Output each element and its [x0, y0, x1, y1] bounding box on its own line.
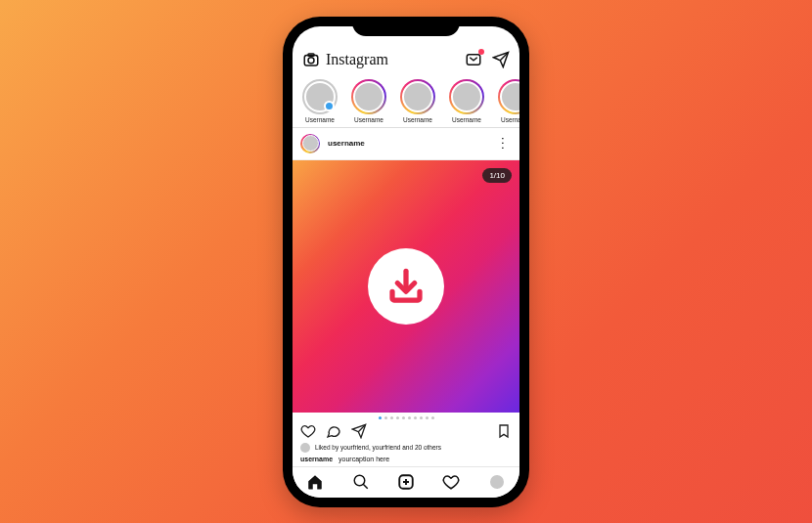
more-options-icon[interactable]: ···: [503, 136, 507, 151]
story-label: Username: [452, 116, 481, 123]
send-icon[interactable]: [492, 51, 510, 68]
download-badge: [368, 248, 444, 325]
post-actions: [293, 421, 519, 441]
phone-notch: [352, 17, 460, 36]
story-label: Username: [305, 116, 335, 123]
bookmark-icon[interactable]: [496, 423, 512, 439]
caption-text: yourcaption here: [338, 456, 389, 462]
likes-text: Liked by yourfriend, yourfriend and 20 o…: [315, 444, 441, 451]
svg-point-1: [308, 57, 314, 63]
app-logo: Instagram: [326, 51, 388, 68]
story-item[interactable]: Username: [445, 79, 488, 123]
share-icon[interactable]: [351, 423, 367, 439]
post-author-avatar[interactable]: [300, 134, 320, 153]
story-label: Username: [354, 116, 383, 123]
notification-dot: [478, 49, 484, 55]
story-avatar: [302, 79, 338, 114]
download-icon: [385, 266, 427, 307]
add-story-badge: [324, 101, 335, 111]
svg-point-4: [354, 475, 365, 486]
story-item[interactable]: Username: [298, 79, 341, 123]
story-avatar: [400, 79, 435, 114]
story-avatar: [351, 79, 386, 114]
caption-row: username yourcaption here: [293, 455, 519, 466]
likes-row[interactable]: Liked by yourfriend, yourfriend and 20 o…: [293, 441, 519, 455]
activity-icon[interactable]: [465, 51, 482, 68]
story-label: Username: [403, 116, 432, 123]
carousel-counter: 1/10: [482, 168, 512, 183]
comment-icon[interactable]: [326, 423, 341, 439]
story-item[interactable]: Username: [396, 79, 439, 123]
profile-icon[interactable]: [488, 473, 506, 491]
top-bar: Instagram: [293, 46, 519, 73]
activity-heart-icon[interactable]: [442, 473, 460, 491]
screen: Instagram Username Username: [293, 26, 519, 498]
story-avatar: [449, 79, 484, 114]
add-post-icon[interactable]: [397, 473, 415, 491]
home-icon[interactable]: [306, 473, 324, 491]
post-media[interactable]: 1/10: [293, 160, 519, 413]
story-item[interactable]: Username: [347, 79, 390, 123]
search-icon[interactable]: [352, 473, 370, 491]
carousel-dots: [293, 413, 519, 421]
story-label: Username: [501, 116, 519, 123]
like-icon[interactable]: [300, 423, 316, 439]
post-author-name[interactable]: username: [328, 139, 489, 148]
caption-username[interactable]: username: [300, 456, 333, 462]
stories-tray[interactable]: Username Username Username Username User…: [293, 73, 519, 128]
post-header: username ···: [293, 128, 519, 160]
camera-icon[interactable]: [302, 51, 320, 68]
story-avatar: [498, 79, 519, 114]
story-item[interactable]: Username: [494, 79, 519, 123]
phone-frame: Instagram Username Username: [283, 17, 529, 507]
liker-avatar: [300, 443, 310, 453]
bottom-nav: [293, 466, 519, 498]
